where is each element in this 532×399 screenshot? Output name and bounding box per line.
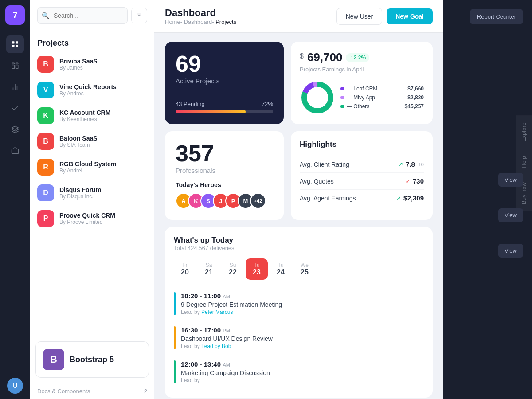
svg-rect-1: [16, 41, 18, 43]
project-by: By Keenthemes: [59, 116, 110, 122]
nav-icon-check[interactable]: [6, 99, 24, 117]
legend-name: — Mivy App: [347, 94, 405, 101]
day-name: Su: [230, 262, 236, 268]
project-by: By Disqus Inc.: [59, 193, 101, 200]
nav-icon-dashboard[interactable]: [6, 57, 24, 74]
day-item[interactable]: Sa 21: [198, 258, 220, 280]
svg-rect-5: [16, 63, 18, 64]
event-item: 16:30 - 17:00 PM Dashboard UI/UX Design …: [174, 321, 424, 355]
search-icon: 🔍: [42, 12, 49, 19]
legend-item: — Others $45,257: [340, 103, 424, 110]
legend-dot: [340, 96, 344, 99]
day-item[interactable]: Tu 23: [246, 258, 268, 280]
project-icon: K: [37, 107, 54, 124]
day-name: Tu: [254, 262, 260, 268]
project-icon: B: [37, 56, 54, 73]
earnings-amount: 69,700: [307, 51, 343, 64]
breadcrumb-active: Projects: [215, 19, 236, 25]
view-button-2[interactable]: View: [498, 208, 523, 222]
earnings-card: $ 69,700 ↑ 2.2% Projects Earnings in Apr…: [291, 42, 433, 124]
highlight-value: 730: [413, 177, 424, 185]
highlights-card: Highlights Avg. Client Rating ↗ 7.810 Av…: [291, 131, 433, 220]
sidebar-title: Projects: [30, 31, 154, 51]
search-input[interactable]: [37, 7, 128, 24]
event-lead-link[interactable]: Lead by Bob: [201, 343, 231, 349]
project-item[interactable]: R RGB Cloud System By Andrei: [30, 154, 154, 180]
right-tabs: ExploreHelpBuy now: [516, 115, 532, 211]
events-list: 10:20 - 11:00 AM 9 Degree Project Estima…: [174, 287, 424, 389]
page-title: Dashboard: [165, 7, 236, 19]
sidebar: 🔍 Projects B Briviba SaaS By James V Vin…: [30, 0, 154, 399]
event-time: 12:00 - 13:40 AM: [181, 360, 270, 368]
footer-text: Docs & Components: [37, 388, 90, 395]
avatars-row: AKSJPM+42: [176, 193, 273, 209]
project-item[interactable]: V Vine Quick Reports By Andres: [30, 77, 154, 103]
nav-icon-briefcase[interactable]: [6, 142, 24, 160]
avatar-circle: +42: [250, 193, 266, 209]
nav-icon-grid[interactable]: [6, 35, 24, 53]
day-item[interactable]: We 25: [293, 258, 316, 280]
legend-value: $2,820: [407, 94, 424, 101]
event-name: Dashboard UI/UX Design Review: [181, 335, 273, 342]
trend-icon: ↙: [406, 178, 410, 184]
project-list: B Briviba SaaS By James V Vine Quick Rep…: [30, 51, 154, 336]
project-item[interactable]: K KC Account CRM By Keenthemes: [30, 103, 154, 129]
svg-rect-7: [16, 65, 18, 69]
svg-rect-0: [12, 41, 14, 43]
report-center-button[interactable]: Report Cecnter: [470, 9, 523, 24]
bootstrap-card[interactable]: B Bootstrap 5: [35, 341, 149, 378]
user-number-badge[interactable]: 7: [5, 5, 25, 25]
highlight-value: $2,309: [403, 194, 424, 202]
project-item[interactable]: D Disqus Forum By Disqus Inc.: [30, 180, 154, 206]
day-item[interactable]: Su 22: [222, 258, 244, 280]
day-item[interactable]: Tu 24: [270, 258, 292, 280]
bootstrap-icon: B: [43, 349, 64, 370]
highlight-label: Avg. Client Rating: [300, 161, 349, 168]
trend-icon: ↗: [396, 195, 401, 201]
filter-button[interactable]: [131, 8, 147, 23]
event-lead: Lead by Lead by Bob: [181, 343, 273, 349]
new-user-button[interactable]: New User: [336, 8, 382, 25]
professionals-count: 357: [176, 142, 273, 165]
schedule-sub: Total 424,567 deliveries: [174, 245, 424, 251]
project-name: KC Account CRM: [59, 109, 110, 116]
right-tab[interactable]: Help: [516, 149, 532, 175]
earnings-dollar: $: [300, 52, 304, 60]
day-name: We: [301, 262, 309, 268]
project-by: By Proove Limited: [59, 219, 115, 225]
view-button-1[interactable]: View: [498, 173, 523, 187]
event-lead: Lead by Peter Marcus: [181, 309, 282, 315]
project-item[interactable]: B Baloon SaaS By SIA Team: [30, 129, 154, 154]
legend-name: — Others: [347, 103, 402, 110]
dashboard-content: 69 Active Projects 43 Pending 72% $: [154, 33, 443, 399]
project-icon: B: [37, 133, 54, 150]
view-button-3[interactable]: View: [498, 244, 523, 258]
event-name: 9 Degree Project Estimation Meeting: [181, 301, 282, 308]
project-item[interactable]: P Proove Quick CRM By Proove Limited: [30, 206, 154, 231]
search-area: 🔍: [30, 0, 154, 31]
earnings-label: Projects Earnings in April: [300, 66, 424, 73]
schedule-title: What's up Today: [174, 236, 424, 245]
new-goal-button[interactable]: New Goal: [387, 8, 433, 24]
event-time: 16:30 - 17:00 PM: [181, 326, 273, 334]
day-number: 25: [301, 268, 309, 276]
day-item[interactable]: Fr 20: [174, 258, 196, 280]
project-by: By SIA Team: [59, 142, 98, 148]
project-by: By Andrei: [59, 168, 116, 174]
project-by: By James: [59, 65, 98, 71]
nav-icon-chart[interactable]: [6, 78, 24, 96]
svg-rect-4: [12, 63, 14, 64]
active-projects-card: 69 Active Projects 43 Pending 72%: [165, 42, 284, 124]
breadcrumb-dash: Dashboard-: [184, 19, 214, 25]
svg-rect-2: [12, 45, 14, 47]
right-tab[interactable]: Explore: [516, 115, 532, 149]
svg-marker-11: [12, 126, 19, 130]
project-item[interactable]: B Briviba SaaS By James: [30, 51, 154, 77]
svg-rect-3: [16, 45, 18, 47]
legend-item: — Mivy App $2,820: [340, 94, 424, 101]
nav-icon-layers[interactable]: [6, 121, 24, 138]
event-lead-link[interactable]: Peter Marcus: [201, 309, 233, 315]
user-avatar[interactable]: U: [7, 378, 23, 394]
project-icon: R: [37, 159, 54, 176]
highlights-list: Avg. Client Rating ↗ 7.810 Avg. Quotes ↙…: [300, 156, 424, 206]
